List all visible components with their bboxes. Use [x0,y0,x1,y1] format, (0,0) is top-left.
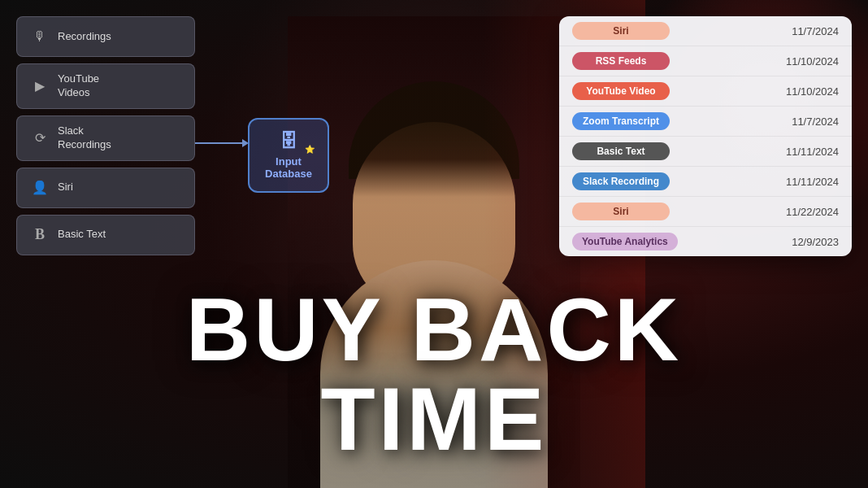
node-recordings[interactable]: 🎙 Recordings [16,16,195,57]
tag-youtube-video: YouTube Video [572,82,670,100]
table-row: Basic Text 11/11/2024 [559,137,852,167]
database-label: InputDatabase [264,155,313,180]
table-row: Siri 11/22/2024 [559,197,852,227]
date-7: 11/22/2024 [786,206,839,218]
table-row: YouTube Video 11/10/2024 [559,76,852,107]
tag-siri-2: Siri [572,203,670,220]
right-panel: Siri 11/7/2024 RSS Feeds 11/10/2024 YouT… [559,16,852,256]
date-5: 11/11/2024 [786,146,839,158]
recordings-icon: 🎙 [28,25,51,48]
basic-text-label: Basic Text [58,228,106,242]
basic-text-icon: B [28,224,51,246]
database-node[interactable]: 🗄 ⭐ InputDatabase [248,118,329,193]
big-text-line1: BUY BACK [0,285,868,374]
date-1: 11/7/2024 [792,25,839,37]
table-row: Siri 11/7/2024 [559,16,852,46]
node-siri[interactable]: 👤 Siri [16,168,195,208]
youtube-label: YouTubeVideos [58,72,99,100]
youtube-icon: ▶ [28,75,51,98]
workflow-arrow [195,142,244,144]
tag-siri-1: Siri [572,22,670,40]
tag-youtube-analytics: YouTube Analytics [572,233,678,251]
big-text-area: BUY BACK TIME [0,285,868,464]
tag-rss: RSS Feeds [572,52,670,70]
slack-icon: ⟳ [28,127,51,150]
tag-zoom: Zoom Transcript [572,112,670,130]
arrow-line [195,142,244,144]
node-slack[interactable]: ⟳ SlackRecordings [16,115,195,161]
node-youtube[interactable]: ▶ YouTubeVideos [16,63,195,109]
left-panel: 🎙 Recordings ▶ YouTubeVideos ⟳ SlackReco… [16,16,195,262]
date-6: 11/11/2024 [786,176,839,188]
siri-label: Siri [58,181,73,194]
big-text-line2: TIME [0,374,868,464]
node-basic-text[interactable]: B Basic Text [16,215,195,255]
date-3: 11/10/2024 [786,85,839,98]
tag-slack-recording: Slack Recording [572,172,670,190]
date-4: 11/7/2024 [792,115,839,128]
date-8: 12/9/2023 [792,236,839,248]
slack-label: SlackRecordings [58,124,111,152]
db-star-icon: ⭐ [305,145,315,154]
table-row: Zoom Transcript 11/7/2024 [559,107,852,137]
recordings-label: Recordings [58,30,111,44]
table-row: RSS Feeds 11/10/2024 [559,46,852,76]
date-2: 11/10/2024 [786,55,839,68]
table-row: Slack Recording 11/11/2024 [559,167,852,197]
table-row: YouTube Analytics 12/9/2023 [559,227,852,256]
siri-icon: 👤 [28,176,51,199]
tag-basic-text: Basic Text [572,142,670,160]
database-icon: 🗄 ⭐ [264,131,313,152]
